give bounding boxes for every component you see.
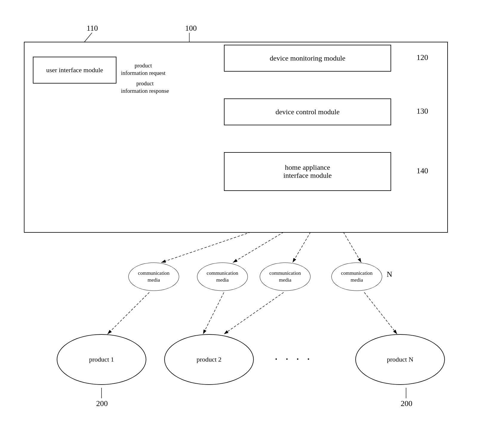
comm-media-1-container: communication media (128, 263, 179, 291)
product-info-request-label: product information request (121, 62, 165, 77)
comm-media-2: communication media (197, 263, 248, 291)
product-2: product 2 (164, 334, 254, 385)
ref-130: 130 (417, 107, 428, 116)
dots: · · · · (275, 352, 312, 366)
svg-line-18 (343, 232, 361, 263)
ref-100: 100 (185, 24, 197, 33)
comm-media-2-container: communication media (197, 263, 248, 291)
home-appliance-interface-module-box: home appliance interface module (224, 152, 391, 191)
product-1-container: product 1 (57, 334, 146, 385)
product-info-response-label: product information response (121, 80, 169, 95)
device-monitoring-module-box: device monitoring module (224, 45, 391, 72)
ref-200-right: 200 (401, 399, 412, 408)
ref-N: N (387, 270, 392, 279)
product-1: product 1 (57, 334, 146, 385)
svg-line-19 (107, 292, 149, 334)
home-appliance-interface-module-label: home appliance interface module (283, 163, 332, 180)
comm-media-4: communication media (331, 263, 382, 291)
ref-120: 120 (417, 53, 428, 62)
ref-140: 140 (417, 166, 428, 175)
product-N: product N (355, 334, 445, 385)
svg-line-21 (224, 292, 284, 334)
ref-200-left: 200 (96, 399, 108, 408)
product-N-container: product N (355, 334, 445, 385)
comm-media-4-container: communication media (331, 263, 382, 291)
svg-line-17 (293, 232, 311, 263)
device-monitoring-module-label: device monitoring module (270, 54, 345, 62)
svg-line-20 (203, 292, 224, 334)
device-control-module-label: device control module (276, 108, 340, 116)
comm-media-1: communication media (128, 263, 179, 291)
device-control-module-box: device control module (224, 98, 391, 125)
svg-line-22 (364, 292, 397, 334)
svg-line-16 (233, 232, 284, 263)
user-interface-module-label: user interface module (46, 66, 103, 74)
user-interface-module-box: user interface module (33, 57, 116, 84)
comm-media-3: communication media (260, 263, 311, 291)
ref-110: 110 (87, 24, 98, 33)
product-2-container: product 2 (164, 334, 254, 385)
svg-line-15 (161, 232, 251, 263)
comm-media-3-container: communication media (260, 263, 311, 291)
